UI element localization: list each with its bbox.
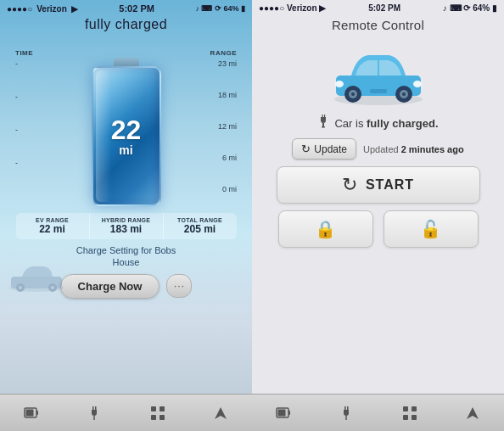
svg-rect-38 — [346, 416, 348, 420]
ev-range-label: EV RANGE — [20, 217, 86, 223]
start-label: START — [366, 177, 414, 193]
hybrid-range-value: 183 mi — [93, 223, 160, 235]
battery-body: 22 mi — [92, 66, 161, 206]
dots-icon: ··· — [174, 280, 185, 292]
svg-rect-32 — [322, 126, 325, 128]
more-options-button[interactable]: ··· — [166, 274, 192, 298]
tab-grid-left[interactable] — [148, 404, 167, 423]
svg-rect-34 — [288, 411, 290, 415]
status-bar-left: ●●●●○ Verizon ▶ 5:02 PM ♪ ⌨ ⟳ 64% ▮ — [0, 0, 252, 15]
svg-rect-12 — [151, 406, 156, 411]
total-range-item: TOTAL RANGE 205 mi — [164, 213, 237, 239]
range-header: RANGE — [210, 49, 237, 57]
range-0: 0 mi — [222, 186, 237, 193]
charge-now-row: Charge Now ··· — [60, 274, 193, 299]
svg-point-4 — [19, 286, 22, 289]
svg-marker-43 — [467, 407, 479, 419]
battery-unit: mi — [111, 143, 142, 157]
total-range-value: 205 mi — [167, 223, 233, 235]
car-silhouette — [7, 258, 66, 295]
svg-rect-29 — [322, 115, 323, 117]
range-23: 23 mi — [218, 60, 237, 68]
time-header: TIME — [15, 49, 33, 57]
svg-rect-35 — [278, 409, 286, 416]
carrier-right: ●●●●○ Verizon ▶ — [259, 3, 326, 13]
svg-point-28 — [402, 92, 406, 96]
svg-rect-37 — [347, 406, 349, 410]
time-dash-4: - — [15, 160, 33, 167]
svg-rect-36 — [344, 406, 346, 410]
time-labels: TIME - - - - — [15, 49, 33, 167]
battery-tip — [114, 58, 139, 66]
time-dash-3: - — [15, 126, 33, 134]
total-range-label: TOTAL RANGE — [167, 217, 233, 223]
tab-plug-right[interactable] — [337, 404, 356, 423]
svg-rect-15 — [160, 415, 165, 420]
tab-arrow-right[interactable] — [463, 404, 482, 423]
page-title-left: fully charged — [85, 17, 167, 32]
lock-icon: 🔒 — [315, 219, 336, 239]
car-icon-area — [328, 39, 429, 107]
carrier-left: ●●●●○ Verizon ▶ — [7, 4, 78, 14]
tab-battery-left[interactable] — [22, 404, 41, 423]
battery-widget: 22 mi — [92, 58, 161, 206]
svg-point-21 — [413, 81, 422, 87]
lock-buttons-row: 🔒 🔓 — [278, 210, 479, 248]
range-18: 18 mi — [218, 92, 237, 99]
unlock-icon: 🔓 — [420, 219, 441, 239]
update-label: Update — [314, 143, 347, 155]
svg-point-25 — [351, 92, 355, 96]
page-title-right: Remote Control — [332, 18, 424, 32]
svg-rect-40 — [412, 406, 417, 411]
svg-rect-41 — [403, 415, 408, 420]
start-button[interactable]: ↻ START — [277, 166, 480, 204]
right-panel: ●●●●○ Verizon ▶ 5:02 PM ♪ ⌨ ⟳ 64% ▮ Remo… — [252, 0, 504, 431]
range-labels: RANGE 23 mi 18 mi 12 mi 6 mi 0 mi — [210, 49, 237, 193]
battery-status-left: ♪ ⌨ ⟳ 64% ▮ — [195, 4, 245, 13]
charge-status-row: Car is fully charged. — [317, 114, 438, 133]
charge-now-button[interactable]: Charge Now — [60, 274, 160, 299]
battery-number: 22 — [111, 116, 142, 143]
refresh-icon: ↻ — [301, 143, 311, 155]
svg-rect-13 — [160, 406, 165, 411]
svg-rect-11 — [94, 416, 96, 420]
hybrid-range-label: HYBRID RANGE — [93, 217, 160, 223]
svg-rect-22 — [370, 89, 387, 93]
ev-range-value: 22 mi — [20, 223, 86, 235]
tab-bar-left — [0, 394, 252, 431]
unlock-button[interactable]: 🔓 — [384, 210, 479, 248]
status-bar-right: ●●●●○ Verizon ▶ 5:02 PM ♪ ⌨ ⟳ 64% ▮ — [252, 0, 504, 14]
car-icon — [328, 42, 429, 105]
svg-rect-30 — [324, 115, 325, 117]
range-6: 6 mi — [222, 154, 237, 162]
hybrid-range-item: HYBRID RANGE 183 mi — [90, 213, 164, 239]
svg-rect-39 — [403, 406, 408, 411]
svg-point-5 — [51, 286, 54, 289]
svg-point-20 — [335, 81, 344, 87]
svg-rect-14 — [151, 415, 156, 420]
tab-bar-right — [252, 394, 504, 431]
ev-range-item: EV RANGE 22 mi — [16, 213, 90, 239]
time-left: 5:02 PM — [119, 3, 154, 14]
left-panel: ●●●●○ Verizon ▶ 5:02 PM ♪ ⌨ ⟳ 64% ▮ full… — [0, 0, 252, 431]
tab-battery-right[interactable] — [274, 404, 293, 423]
battery-value: 22 mi — [111, 116, 142, 157]
svg-rect-10 — [95, 406, 97, 410]
update-row: ↻ Update Updated 2 minutes ago — [292, 138, 463, 160]
battery-right: ♪ ⌨ ⟳ 64% ▮ — [443, 3, 497, 13]
svg-marker-16 — [215, 407, 227, 419]
tab-arrow-left[interactable] — [211, 404, 230, 423]
battery-container: 22 mi — [92, 58, 161, 206]
lock-button[interactable]: 🔒 — [278, 210, 373, 248]
update-button[interactable]: ↻ Update — [292, 138, 356, 160]
time-right: 5:02 PM — [368, 3, 400, 13]
start-icon: ↻ — [342, 174, 357, 196]
tab-grid-right[interactable] — [400, 404, 419, 423]
range-12: 12 mi — [218, 123, 237, 131]
svg-rect-42 — [412, 415, 417, 420]
svg-rect-9 — [92, 406, 94, 410]
time-dash-2: - — [15, 93, 33, 101]
car-status-text: Car is fully charged. — [334, 117, 438, 130]
tab-plug-left[interactable] — [85, 404, 104, 423]
svg-rect-7 — [36, 411, 38, 415]
